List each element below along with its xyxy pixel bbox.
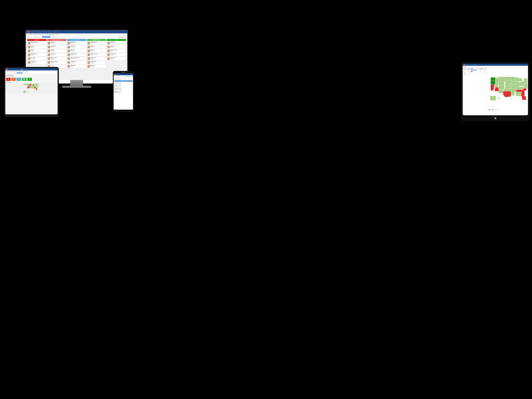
tr-nav-item[interactable]: Legislators & Reg <box>466 64 470 65</box>
nav-members[interactable]: Members <box>48 32 52 32</box>
table-row[interactable]: Womack, Steve(R-AR-003)Unassigned <box>27 61 46 64</box>
table-row[interactable]: Graves, Sam(R-MO-006)Unassigned <box>87 45 106 49</box>
svg-marker-71 <box>523 80 527 83</box>
member-info: Diaz-Balart, Mario(R-FL-026)Unassigned <box>31 54 37 56</box>
tab-member-positions[interactable]: Member Positions <box>32 36 42 38</box>
ph-add-journal-btn[interactable]: Add New Journal <box>114 80 133 82</box>
nav-help[interactable]: Help <box>58 32 59 32</box>
tl-nav-journals[interactable]: Journals <box>24 69 26 70</box>
table-row[interactable]: Carter, John R.(R-TX-031)Unassigned <box>47 53 66 57</box>
search-clear-icon[interactable]: ✕ <box>131 78 132 78</box>
svg-rect-1 <box>25 84 26 85</box>
table-row[interactable]: Luetkemeyer, Blaine(R-MO-003)Unassigned <box>47 61 66 64</box>
table-row[interactable]: Calvert, Ken(R-CA-041)Unassigned <box>47 41 66 45</box>
phone-nav-congress[interactable]: Congress Plus <box>116 74 120 75</box>
table-row[interactable]: Issa, Darrell E.(R-CA-048)Unassigned <box>67 45 86 49</box>
table-row[interactable]: Wilson, Joe(R-SC-002)Unassigned <box>27 45 46 49</box>
tr-nav-item2[interactable]: Issue Areas <box>471 64 474 65</box>
tr-windows-button[interactable] <box>494 117 497 120</box>
table-row[interactable]: McCaul, Michael T.(R-TX-010)Unassigned <box>107 53 126 57</box>
tl-tab-member-pos[interactable]: Member Positions <box>10 72 16 74</box>
table-row[interactable]: DeLaJaria, Scott(R-TN-004)Unassigned <box>87 57 106 60</box>
table-row[interactable]: Webster, Daniel(R-FL-011)Unassigned <box>67 64 86 68</box>
list-item[interactable]: April Advocacy Day Mo... Santa Office ca… <box>114 85 133 88</box>
svg-rect-14 <box>32 85 33 86</box>
tab-journals[interactable]: Journals <box>51 36 56 38</box>
tr-nav-item3[interactable]: Members <box>475 64 477 65</box>
svg-rect-4 <box>29 84 30 86</box>
svg-marker-63 <box>516 92 519 96</box>
tl-nav-help[interactable]: Help <box>27 69 29 70</box>
ph-tab-summary[interactable]: Summary <box>123 75 133 77</box>
tr-nav-item4[interactable]: Journals <box>477 64 479 65</box>
svg-rect-5 <box>30 84 31 86</box>
tl-nav-legislators[interactable]: Legislators & Regulations <box>9 69 16 70</box>
table-row[interactable]: Diaz-Balart, Mario(R-FL-026)Unassigned <box>27 53 46 57</box>
table-row[interactable]: Crawford, Rick(R-AR-001)Unassigned <box>67 61 86 64</box>
table-row[interactable]: Sessions, Pete(R-TX-017)Unassigned <box>107 41 126 45</box>
tr-tab-results[interactable]: Results <box>463 66 466 67</box>
table-row[interactable]: Aderholt, Robert B.(R-AL-004)Unassigned <box>87 41 106 45</box>
tl-breadcrumb: H.R.33 - Medicare Dental, Vision, and He… <box>5 70 57 72</box>
table-row[interactable]: Walberg, Tim(R-MI-005)Unassigned <box>87 49 106 53</box>
table-row[interactable]: Lucas, Frank D.(R-OK-003)Unassigned <box>47 45 66 49</box>
svg-marker-43 <box>499 85 504 89</box>
ph-tab-categories[interactable]: Categories <box>114 75 123 77</box>
tl-nav-issue[interactable]: Issue Areas <box>17 69 20 70</box>
tr-map-panel: Yes No Not Voting <box>488 67 528 114</box>
table-row: Present 4 4 0 0 <box>463 72 487 74</box>
table-row[interactable]: Schweikert, David(R-AZ-001)(Unassigned) <box>87 61 106 64</box>
table-row[interactable]: Simpson, Michael K.(R-ID-002)Unassigned <box>107 49 126 53</box>
svg-rect-17 <box>35 85 36 86</box>
list-item[interactable]: April Hill Day Follow-up appointment. Ma… <box>114 82 133 85</box>
svg-rect-12 <box>37 84 38 85</box>
svg-rect-0 <box>24 84 25 85</box>
svg-marker-68 <box>523 86 527 88</box>
table-row[interactable]: Granger, Kay(R-TX-012)Unassigned <box>107 45 126 49</box>
nav-legislators[interactable]: Legislators & Regulations <box>31 32 41 32</box>
tl-tab-progress[interactable]: Progress Board <box>17 72 23 74</box>
table-row[interactable]: Thompson, Glenn(R-PA-015)Unassigned <box>107 57 126 60</box>
svg-marker-47 <box>505 83 511 86</box>
col-header-lean-for: Leaning For (147) <box>87 39 106 41</box>
table-row[interactable]: Foxx, Virginia(R-NC-005)Unassigned <box>27 57 46 60</box>
tab-progress-board[interactable]: Progress Board <box>42 36 50 38</box>
tr-map-legend: Yes No Not Voting <box>488 109 527 110</box>
table-row[interactable]: Smith, Christopher H.(R-NJ-004)Unassigne… <box>27 41 46 45</box>
phone-menu-icon[interactable]: ≡ <box>132 74 133 75</box>
member-info: Duncan, Jeff(R-SC-003)Unassigned <box>90 65 95 68</box>
tr-tab-summary[interactable]: Summary <box>466 66 471 67</box>
table-row[interactable]: Rogers, Mike(R-AL-003)Unassigned <box>67 49 86 53</box>
table-row[interactable]: Cole, Tom(R-OK-004)Unassigned <box>27 49 46 53</box>
table-row[interactable]: Rodgers, Cathy McMorris(R-WA-005)Unassig… <box>67 57 86 60</box>
table-row[interactable]: Fleischmann, Chuck(R-TN-003)Unassigned <box>87 53 106 57</box>
search-icon: 🔍 <box>115 78 115 78</box>
tl-nav-members[interactable]: Members <box>21 69 24 70</box>
ph-learn-link[interactable]: Learn.. <box>126 79 127 80</box>
filter-select[interactable]: All Assignments ▾ <box>118 36 126 38</box>
ph-weekly-link[interactable]: Weekly <box>124 79 125 80</box>
table-row[interactable]: Turner, Mike(R-OH-010)Unassigned <box>47 49 66 53</box>
table-row[interactable]: Rogers, Harold(R-KY-005)Unassigned <box>67 41 86 45</box>
table-row[interactable]: Burgess, Michael C.(R-TX-026)Unassigned <box>67 53 86 57</box>
table-row[interactable]: McHenry, Patrick T.(R-NC-010)Unassigned <box>47 57 66 60</box>
svg-rect-3 <box>27 84 29 86</box>
list-item[interactable]: April Advocacy Day Mo... Santa Office ca… <box>114 88 133 91</box>
svg-rect-9 <box>34 84 35 85</box>
tl-tab-journals[interactable]: Journals <box>23 72 27 74</box>
list-item[interactable]: April Advocacy Day Mo... Santa Office ca… <box>114 91 133 94</box>
nav-issue-areas[interactable]: Issue Areas <box>42 32 47 32</box>
svg-marker-64 <box>519 92 521 96</box>
svg-marker-48 <box>505 86 511 89</box>
svg-marker-66 <box>521 96 526 100</box>
ph-filter-link[interactable]: #Filter <box>122 79 123 80</box>
member-info: Turner, Mike(R-OH-010)Unassigned <box>51 50 55 52</box>
ph-search-bar[interactable]: 🔍 Search All Fields ✕ <box>114 77 133 79</box>
table-row[interactable]: Duncan, Jeff(R-SC-003)Unassigned <box>87 64 106 68</box>
svg-marker-38 <box>495 77 499 83</box>
tab-details[interactable]: Details <box>27 36 32 38</box>
nav-journals[interactable]: Journals <box>53 32 57 32</box>
svg-rect-8 <box>33 84 34 85</box>
tl-tab-details[interactable]: Details <box>6 72 9 74</box>
svg-rect-10 <box>35 84 36 85</box>
